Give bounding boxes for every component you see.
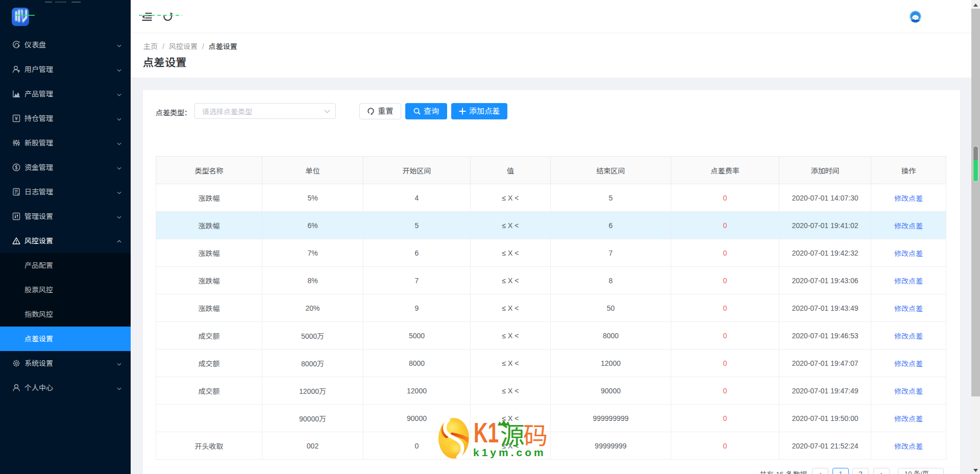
svg-text:k1ym.com: k1ym.com	[473, 446, 546, 458]
svg-text:K1: K1	[474, 416, 499, 448]
